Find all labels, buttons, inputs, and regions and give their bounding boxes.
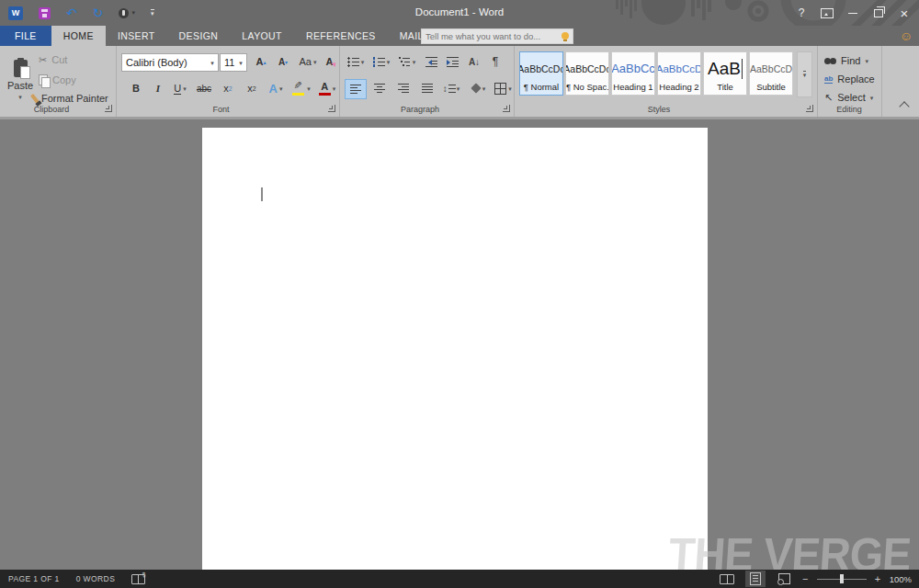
format-painter-button[interactable]: Format Painter xyxy=(33,91,108,106)
bullets-button[interactable]: ▾ xyxy=(345,53,367,70)
subscript-digit: 2 xyxy=(229,85,233,92)
text-highlight-button[interactable]: ✎ ▾ xyxy=(290,79,312,97)
font-dialog-launcher[interactable] xyxy=(328,105,335,112)
borders-button[interactable]: ▾ xyxy=(494,79,513,97)
word-count-label[interactable]: 0 WORDS xyxy=(76,574,115,583)
style-tile-heading2[interactable]: AaBbCcD Heading 2 xyxy=(657,51,701,96)
proofing-status-icon[interactable]: ✎ xyxy=(131,574,145,584)
redo-icon[interactable]: ↻ xyxy=(93,6,104,19)
word-app-icon[interactable]: W xyxy=(8,6,23,20)
numbering-button[interactable]: ▾ xyxy=(370,53,392,70)
print-layout-button[interactable] xyxy=(745,571,766,587)
superscript-digit: 2 xyxy=(253,85,256,92)
tab-file[interactable]: FILE xyxy=(0,26,51,46)
multilevel-list-button[interactable]: ▾ xyxy=(396,53,418,70)
grow-font-button[interactable]: A▴ xyxy=(252,53,270,70)
tab-design[interactable]: DESIGN xyxy=(167,26,231,46)
style-sample: AaB xyxy=(704,55,746,82)
zoom-slider-thumb[interactable] xyxy=(840,574,844,583)
zoom-slider[interactable] xyxy=(817,574,867,583)
decrease-indent-button[interactable] xyxy=(422,53,440,70)
justify-icon xyxy=(422,84,433,94)
bold-button[interactable]: B xyxy=(127,79,145,97)
styles-more-button[interactable]: ▾ xyxy=(797,51,812,97)
save-icon[interactable] xyxy=(39,7,51,19)
superscript-button[interactable]: x2 xyxy=(243,79,261,97)
customize-qat-button[interactable]: ▾ xyxy=(151,9,154,17)
style-tile-title[interactable]: AaB Title xyxy=(703,51,747,96)
shrink-font-button[interactable]: A▾ xyxy=(274,53,292,70)
paste-button[interactable]: Paste ▾ xyxy=(4,51,37,108)
styles-dialog-launcher[interactable] xyxy=(806,105,813,112)
clipboard-dialog-launcher[interactable] xyxy=(105,105,112,112)
strikethrough-icon: abc xyxy=(197,84,211,94)
font-size-value: 11 xyxy=(221,57,235,68)
cut-button[interactable]: ✂ Cut xyxy=(39,52,67,67)
align-right-button[interactable] xyxy=(393,79,414,97)
bold-icon: B xyxy=(132,83,140,94)
zoom-in-button[interactable]: + xyxy=(875,573,881,584)
replace-label: Replace xyxy=(837,74,874,85)
show-paragraph-marks-button[interactable]: ¶ xyxy=(487,53,504,70)
tab-layout[interactable]: LAYOUT xyxy=(230,26,294,46)
shading-button[interactable]: ▾ xyxy=(467,79,491,97)
font-color-button[interactable]: A ▾ xyxy=(316,79,338,97)
window-controls: ? × xyxy=(789,0,917,26)
clear-formatting-button[interactable]: A xyxy=(322,53,337,70)
font-size-combobox[interactable]: 11 ▾ xyxy=(220,53,247,72)
style-tile-no-spacing[interactable]: AaBbCcDc ¶ No Spac... xyxy=(565,51,609,96)
paragraph-dialog-launcher[interactable] xyxy=(503,105,510,112)
minimize-button[interactable] xyxy=(840,0,866,26)
subscript-button[interactable]: x2 xyxy=(219,79,237,97)
style-tile-heading1[interactable]: AaBbCc Heading 1 xyxy=(611,51,655,96)
tab-insert[interactable]: INSERT xyxy=(106,26,167,46)
page-count-label[interactable]: PAGE 1 OF 1 xyxy=(8,574,60,583)
document-area[interactable]: THE VERGE xyxy=(0,119,919,570)
find-button[interactable]: Find ▾ xyxy=(824,53,868,68)
italic-icon: I xyxy=(156,83,160,94)
sort-button[interactable]: A↓ xyxy=(465,53,483,70)
web-layout-button[interactable] xyxy=(774,571,794,587)
read-mode-button[interactable] xyxy=(717,571,737,587)
align-center-button[interactable] xyxy=(369,79,390,97)
touch-mouse-mode-button[interactable]: ▾ xyxy=(119,8,135,18)
font-color-icon: A xyxy=(319,81,331,96)
zoom-level-label[interactable]: 100% xyxy=(890,574,912,584)
copy-button[interactable]: Copy xyxy=(39,73,76,87)
restore-button[interactable] xyxy=(866,0,891,26)
feedback-smiley-icon[interactable]: ☺ xyxy=(900,29,913,42)
close-button[interactable]: × xyxy=(891,0,917,26)
zoom-out-button[interactable]: − xyxy=(802,573,809,584)
tab-references[interactable]: REFERENCES xyxy=(294,26,388,46)
font-name-combobox[interactable]: Calibri (Body) ▾ xyxy=(121,53,219,72)
align-center-icon xyxy=(374,84,385,94)
document-page[interactable] xyxy=(202,128,708,570)
underline-button[interactable]: U ▾ xyxy=(169,79,191,97)
strikethrough-button[interactable]: abc xyxy=(195,79,213,97)
replace-button[interactable]: ab Replace xyxy=(824,72,875,86)
style-tile-normal[interactable]: AaBbCcDc ¶ Normal xyxy=(519,51,563,96)
align-left-button[interactable] xyxy=(345,79,367,99)
line-spacing-arrows-icon: ↕ xyxy=(443,84,448,94)
lightbulb-icon xyxy=(562,32,569,41)
style-tile-subtitle[interactable]: AaBbCcD Subtitle xyxy=(749,51,793,96)
justify-button[interactable] xyxy=(417,79,437,97)
tell-me-box[interactable] xyxy=(421,28,573,44)
tell-me-input[interactable] xyxy=(422,31,562,41)
select-button[interactable]: ↖ Select ▾ xyxy=(824,90,873,105)
undo-icon[interactable]: ↶ xyxy=(66,6,77,19)
help-button[interactable]: ? xyxy=(789,0,814,26)
increase-indent-button[interactable] xyxy=(443,53,461,70)
status-bar-right: − + 100% xyxy=(717,570,912,588)
ribbon-display-options-button[interactable] xyxy=(814,0,840,26)
chevron-down-icon: ▾ xyxy=(508,85,512,92)
line-spacing-button[interactable]: ↕ ▾ xyxy=(439,79,463,97)
text-effects-button[interactable]: A ▾ xyxy=(265,79,287,97)
collapse-ribbon-icon[interactable] xyxy=(899,101,909,111)
chevron-down-icon: ▾ xyxy=(865,58,868,64)
italic-button[interactable]: I xyxy=(149,79,167,97)
chevron-down-icon: ▾ xyxy=(870,95,874,101)
change-case-button[interactable]: Aa ▾ xyxy=(296,53,320,70)
style-label: Heading 2 xyxy=(658,82,700,92)
tab-home[interactable]: HOME xyxy=(51,26,106,46)
